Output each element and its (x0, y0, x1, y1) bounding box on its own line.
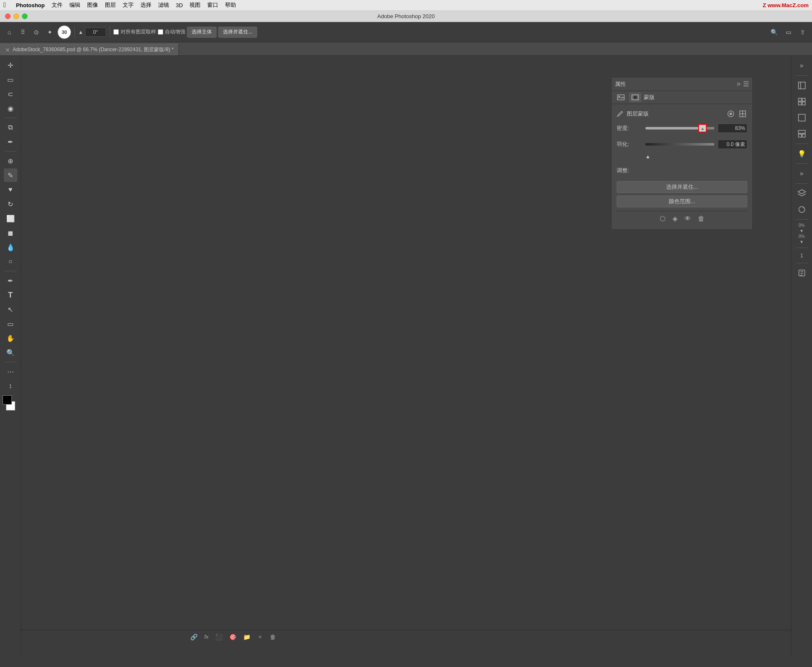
text-tool[interactable]: T (4, 288, 17, 302)
tab-mask[interactable] (629, 93, 641, 102)
feather-slider[interactable] (645, 143, 714, 146)
fill-dropdown-icon[interactable]: ▼ (800, 240, 804, 244)
workspace-icon[interactable]: ▭ (782, 26, 794, 38)
multi-panel-icon[interactable] (795, 127, 809, 141)
collapse-panel-icon[interactable]: » (795, 58, 809, 73)
far-right-panel: » (791, 56, 812, 655)
menu-text[interactable]: 文字 (123, 1, 134, 9)
zoom-tool[interactable]: 🔍 (4, 346, 17, 359)
all-layers-checkbox[interactable] (113, 29, 119, 35)
history-state-icon[interactable] (795, 266, 809, 280)
density-slider[interactable] (645, 127, 714, 130)
path-selection[interactable]: ↖ (4, 303, 17, 316)
selection-tool[interactable]: ⠿ (17, 26, 29, 38)
extra-tools[interactable]: ⋯ (4, 365, 17, 378)
select-refine-edge-btn[interactable]: 选择并遮住... (617, 181, 747, 193)
new-layer-icon[interactable]: ＋ (257, 633, 263, 641)
menu-file[interactable]: 文件 (52, 1, 63, 9)
pen-tool[interactable]: ✒ (4, 274, 17, 287)
toolbar-divider-2 (110, 26, 110, 38)
mask-apply-btn[interactable] (726, 109, 735, 119)
select-subject-button[interactable]: 选择主体 (187, 27, 217, 38)
link-layers-icon[interactable]: 🔗 (190, 634, 198, 640)
svg-rect-18 (802, 134, 805, 137)
eyedropper-tool[interactable]: ✒ (4, 135, 17, 149)
all-layers-checkbox-label[interactable]: 对所有图层取样 (113, 28, 156, 36)
menu-layer[interactable]: 图层 (105, 1, 116, 9)
blur-tool[interactable]: 💧 (4, 240, 17, 254)
delete-layer-icon[interactable]: 🗑 (270, 634, 276, 640)
properties-icon[interactable] (795, 78, 809, 93)
svg-rect-11 (798, 98, 801, 101)
selection-from-mask-icon[interactable]: ⬡ (660, 215, 666, 223)
density-slider-fill (645, 127, 702, 130)
delete-mask-icon[interactable]: 🗑 (698, 215, 705, 223)
color-circle-icon[interactable] (795, 202, 809, 217)
layers-icon[interactable] (795, 186, 809, 201)
magic-wand-tool[interactable]: ✦ (44, 26, 56, 38)
fx-icon[interactable]: fx (204, 634, 208, 640)
healing-brush[interactable]: ⊕ (4, 154, 17, 168)
maximize-button[interactable] (22, 14, 27, 19)
new-group-icon[interactable]: 📁 (243, 634, 250, 640)
tab-close-button[interactable]: ✕ (5, 47, 10, 53)
panel-menu-icon[interactable]: ☰ (743, 80, 749, 88)
clone-stamp[interactable]: ♥ (4, 183, 17, 196)
document-tab[interactable]: ✕ AdobeStock_78360685.psd @ 66.7% (Dance… (0, 44, 179, 55)
select-refine-button[interactable]: 选择并遮住... (218, 27, 257, 38)
lasso-tool-lt[interactable]: ⊂ (4, 87, 17, 101)
shape-tool[interactable]: ▭ (4, 317, 17, 331)
menu-3d[interactable]: 3D (176, 2, 183, 8)
invert-mask-icon[interactable]: ◈ (672, 215, 678, 223)
history-brush[interactable]: ↻ (4, 197, 17, 211)
grid-view-icon[interactable] (795, 94, 809, 109)
marquee-tool[interactable]: ▭ (4, 73, 17, 86)
tab-bar: ✕ AdobeStock_78360685.psd @ 66.7% (Dance… (0, 42, 812, 56)
opacity-dropdown-icon[interactable]: ▼ (800, 229, 804, 233)
dodge-tool[interactable]: ○ (4, 255, 17, 268)
menu-select[interactable]: 选择 (140, 1, 151, 9)
panel-expand-icon[interactable]: » (737, 80, 741, 88)
hand-tool[interactable]: ✋ (4, 331, 17, 345)
toggle-mask-visibility-icon[interactable]: 👁 (684, 215, 691, 223)
move-tool[interactable]: ✛ (4, 58, 17, 72)
gradient-tool[interactable]: ◼ (4, 226, 17, 240)
lasso-tool[interactable]: ⊙ (30, 26, 42, 38)
menu-window[interactable]: 窗口 (207, 1, 218, 9)
light-bulb-icon[interactable]: 💡 (795, 146, 809, 161)
brush-size-circle[interactable]: 30 (58, 25, 71, 39)
home-button[interactable]: ⌂ (3, 26, 15, 38)
menu-image[interactable]: 图像 (87, 1, 98, 9)
close-button[interactable] (5, 14, 11, 19)
single-panel-icon[interactable] (795, 110, 809, 125)
foreground-color[interactable] (3, 395, 12, 405)
eraser-tool[interactable]: ⬜ (4, 212, 17, 225)
menu-edit[interactable]: 编辑 (69, 1, 80, 9)
watermark: Z www.MacZ.com (763, 2, 809, 8)
color-range-btn[interactable]: 颜色范围... (617, 196, 747, 207)
mask-refine-btn[interactable] (738, 109, 747, 119)
menu-view[interactable]: 视图 (189, 1, 200, 9)
add-mask-icon[interactable]: ⬛ (215, 634, 222, 640)
adjust-label: 调整: (617, 167, 629, 174)
minimize-button[interactable] (14, 14, 19, 19)
density-slider-thumb[interactable] (698, 124, 707, 132)
brush-tool[interactable]: ✎ (4, 168, 17, 182)
auto-enhance-checkbox[interactable] (158, 29, 163, 35)
quick-selection-lt[interactable]: ◉ (4, 102, 17, 115)
adjustment-layer-icon[interactable]: 🎯 (229, 634, 236, 640)
crop-tool[interactable]: ⧉ (4, 121, 17, 134)
density-value[interactable]: 83% (718, 124, 747, 133)
menu-help[interactable]: 帮助 (225, 1, 236, 9)
auto-enhance-checkbox-label[interactable]: 自动增强 (158, 28, 185, 36)
feather-value[interactable]: 0.0 像素 (718, 140, 747, 149)
collapse-right-icon[interactable]: » (795, 166, 809, 181)
tab-image[interactable] (615, 93, 627, 102)
rotate-canvas[interactable]: ↕ (4, 379, 17, 393)
share-icon[interactable]: ⇧ (797, 26, 809, 38)
angle-input[interactable]: 0° (85, 28, 106, 37)
search-icon[interactable]: 🔍 (768, 26, 780, 38)
panel-header: 属性 » ☰ (612, 77, 752, 91)
apple-menu[interactable]:  (3, 1, 6, 9)
menu-filter[interactable]: 滤镜 (158, 1, 169, 9)
